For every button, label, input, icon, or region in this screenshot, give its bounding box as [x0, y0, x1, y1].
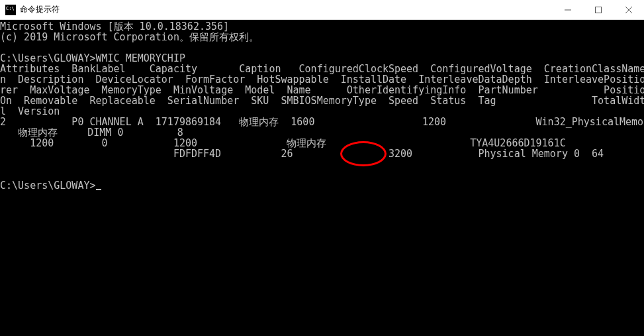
close-button[interactable]	[614, 0, 644, 20]
window-title: 命令提示符	[20, 4, 60, 15]
window-controls	[553, 0, 644, 20]
data-row: FDFDFF4D 26 3200 Physical Memory 0 64 16…	[0, 148, 644, 160]
copyright-line: (c) 2019 Microsoft Corporation。保留所有权利。	[0, 31, 259, 43]
prompt: C:\Users\GLOWAY>	[0, 180, 96, 192]
maximize-button[interactable]	[583, 0, 614, 20]
cursor	[96, 189, 101, 190]
header-row: On Removable Replaceable SerialNumber SK…	[0, 95, 644, 107]
svg-rect-1	[596, 7, 602, 13]
terminal-output[interactable]: Microsoft Windows [版本 10.0.18362.356] (c…	[0, 20, 644, 336]
cmd-icon	[5, 5, 16, 15]
minimize-button[interactable]	[553, 0, 583, 20]
titlebar: 命令提示符	[0, 0, 644, 20]
